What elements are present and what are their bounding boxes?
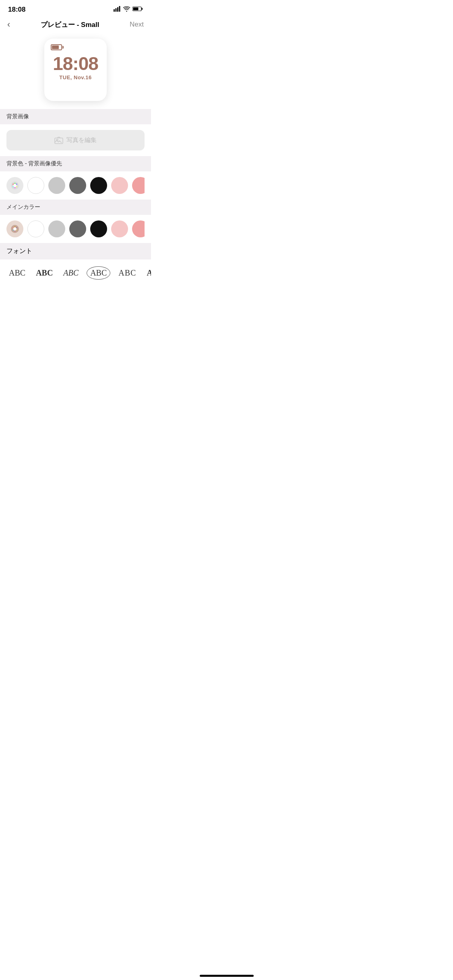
bg-color-row (6, 177, 145, 194)
font-option-serif[interactable]: ABC (87, 266, 110, 280)
svg-rect-3 (119, 6, 120, 12)
bg-color-pink[interactable] (132, 177, 145, 194)
bg-color-black[interactable] (90, 177, 107, 194)
font-row: ABC ABC ABC ABC ABC ABC ABC 🅐 (0, 259, 151, 286)
main-color-section (0, 215, 151, 243)
widget-date: TUE, Nov.16 (51, 74, 100, 80)
bg-image-btn-label: 写真を編集 (66, 136, 97, 144)
bg-color-section (0, 171, 151, 200)
bg-image-button[interactable]: 写真を編集 (6, 130, 145, 150)
bg-color-section-header: 背景色 - 背景画像優先 (0, 156, 151, 171)
nav-bar: ‹ プレビュー - Small Next (0, 16, 151, 35)
svg-rect-1 (116, 8, 117, 12)
svg-rect-5 (142, 8, 143, 10)
photo-icon (54, 137, 63, 144)
main-color-light-gray[interactable] (48, 220, 65, 237)
bg-color-light-pink[interactable] (111, 177, 128, 194)
main-color-row (6, 220, 145, 237)
widget-card: 18:08 TUE, Nov.16 (44, 39, 107, 101)
svg-rect-2 (117, 7, 118, 12)
status-icons (114, 6, 143, 13)
svg-rect-0 (114, 9, 115, 12)
status-bar: 18:08 (0, 0, 151, 16)
next-button[interactable]: Next (130, 21, 144, 29)
bg-color-white[interactable] (27, 177, 44, 194)
signal-icon (114, 6, 121, 13)
bg-image-section: 写真を編集 (0, 124, 151, 156)
bg-color-light-gray[interactable] (48, 177, 65, 194)
main-color-black[interactable] (90, 220, 107, 237)
battery-icon (132, 6, 143, 13)
main-color-pink[interactable] (132, 220, 145, 237)
bg-image-section-header: 背景画像 (0, 109, 151, 124)
font-option-bold[interactable]: ABC (33, 267, 55, 279)
widget-preview-container: 18:08 TUE, Nov.16 (0, 35, 151, 109)
main-color-light-pink[interactable] (111, 220, 128, 237)
page-title: プレビュー - Small (41, 20, 99, 29)
svg-rect-6 (133, 8, 139, 10)
bg-color-dark-gray[interactable] (69, 177, 86, 194)
svg-point-24 (13, 227, 17, 231)
svg-point-16 (13, 184, 17, 187)
main-color-white[interactable] (27, 220, 44, 237)
font-option-heavy[interactable]: ABC (144, 267, 151, 279)
font-option-condensed[interactable]: ABC (116, 267, 139, 279)
main-color-palette-button[interactable] (6, 220, 23, 237)
bg-color-palette-button[interactable] (6, 177, 23, 194)
status-time: 18:08 (8, 6, 25, 14)
font-option-light[interactable]: ABC (6, 267, 28, 279)
widget-battery-icon (51, 44, 64, 50)
font-option-italic[interactable]: ABC (61, 267, 81, 279)
font-section-header: フォント (0, 243, 151, 259)
palette-icon (10, 224, 20, 234)
widget-time: 18:08 (51, 54, 100, 73)
main-color-section-header: メインカラー (0, 200, 151, 215)
wifi-icon (123, 6, 130, 13)
main-color-dark-gray[interactable] (69, 220, 86, 237)
back-button[interactable]: ‹ (7, 19, 10, 30)
palette-icon (10, 181, 20, 190)
